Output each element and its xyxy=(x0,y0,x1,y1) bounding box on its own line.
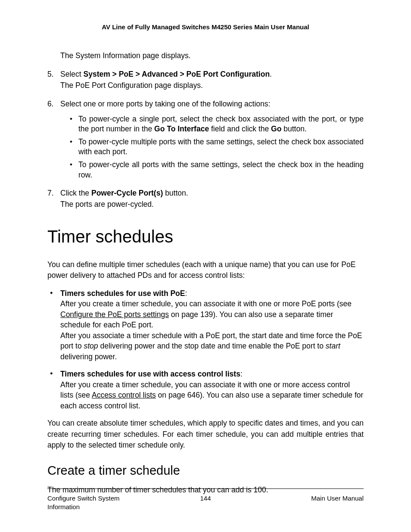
desc-item-poe: Timers schedules for use with PoE: After… xyxy=(47,288,364,362)
description-list: Timers schedules for use with PoE: After… xyxy=(47,288,364,411)
footer-rule xyxy=(47,488,364,489)
step-text: Select System > PoE > Advanced > PoE Por… xyxy=(60,70,272,78)
step-list: 5. Select System > PoE > Advanced > PoE … xyxy=(47,69,364,210)
step-number: 5. xyxy=(47,69,54,80)
intro-line: The System Information page displays. xyxy=(60,50,364,61)
document-header: AV Line of Fully Managed Switches M4250 … xyxy=(47,23,364,31)
desc-item-acl: Timers schedules for use with access con… xyxy=(47,369,364,411)
section-intro: You can define multiple timer schedules … xyxy=(47,259,364,281)
step-number: 6. xyxy=(47,99,54,109)
section-outro: You can create absolute timer schedules,… xyxy=(47,418,364,451)
step-after: The PoE Port Configuration page displays… xyxy=(60,81,203,90)
footer-left: Configure Switch System Information xyxy=(47,494,152,512)
link-configure-poe-ports[interactable]: Configure the PoE ports settings xyxy=(60,310,169,319)
step-number: 7. xyxy=(47,188,54,199)
step-7: 7. Click the Power-Cycle Port(s) button.… xyxy=(47,188,364,210)
step-5: 5. Select System > PoE > Advanced > PoE … xyxy=(47,69,364,91)
bullet-item: To power-cycle a single port, select the… xyxy=(60,114,364,134)
page: AV Line of Fully Managed Switches M4250 … xyxy=(0,0,411,532)
step-after: The ports are power-cycled. xyxy=(60,200,154,208)
link-access-control-lists[interactable]: Access control lists xyxy=(92,391,156,399)
step-6: 6. Select one or more ports by taking on… xyxy=(47,99,364,180)
page-footer: Configure Switch System Information 144 … xyxy=(47,488,364,512)
page-number: 144 xyxy=(153,494,258,512)
section-heading-timer-schedules: Timer schedules xyxy=(47,227,364,246)
action-bullets: To power-cycle a single port, select the… xyxy=(60,114,364,180)
step-text: Select one or more ports by taking one o… xyxy=(60,100,270,108)
subsection-heading-create-timer: Create a timer schedule xyxy=(47,464,364,478)
step-text: Click the Power-Cycle Port(s) button. xyxy=(60,189,188,197)
footer-right: Main User Manual xyxy=(259,494,364,512)
bullet-item: To power-cycle all ports with the same s… xyxy=(60,160,364,180)
bullet-item: To power-cycle multiple ports with the s… xyxy=(60,137,364,157)
